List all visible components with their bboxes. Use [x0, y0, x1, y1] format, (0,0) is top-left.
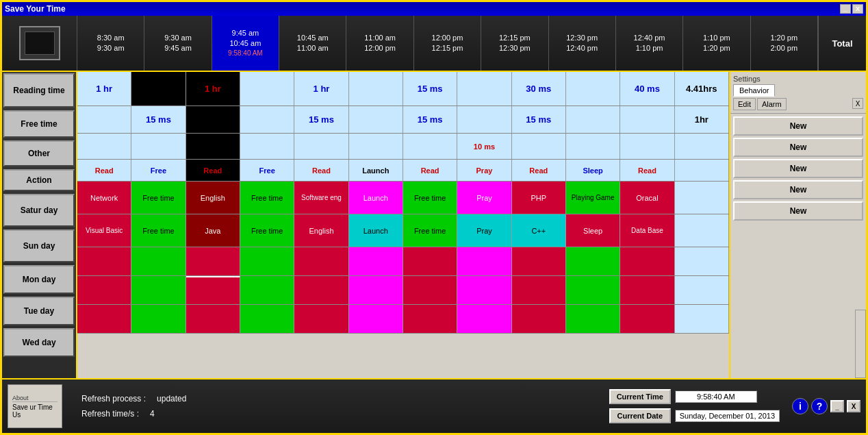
time-slot-0[interactable]: 8:30 am 9:30 am: [77, 16, 144, 71]
sun-cell-9[interactable]: Sleep: [566, 214, 620, 247]
category-tuesday[interactable]: Tue day: [3, 297, 75, 325]
wed-cell-7[interactable]: [457, 305, 511, 333]
time-slot-1[interactable]: 9:30 am 9:45 am: [144, 16, 212, 71]
sat-cell-4[interactable]: Software eng: [294, 182, 348, 214]
sun-cell-7[interactable]: Pray: [457, 214, 511, 247]
time-slot-2-active[interactable]: 9:45 am 10:45 am 9:58:40 AM: [212, 16, 279, 71]
sun-cell-1[interactable]: Free time: [131, 214, 186, 247]
time-slot-8[interactable]: 12:40 pm 1:10 pm: [616, 16, 683, 71]
mon-cell-10[interactable]: [620, 247, 674, 275]
wed-cell-2[interactable]: [186, 305, 240, 333]
other-cell-4[interactable]: [294, 134, 348, 159]
close-button[interactable]: X: [852, 4, 863, 14]
tue-cell-5[interactable]: [349, 276, 403, 304]
tue-cell-3[interactable]: [240, 276, 294, 304]
tue-cell-7[interactable]: [457, 276, 511, 304]
category-monday[interactable]: Mon day: [3, 265, 75, 294]
time-slot-6[interactable]: 12:15 pm 12:30 pm: [481, 16, 548, 71]
sun-cell-4[interactable]: English: [294, 214, 348, 247]
free-cell-8[interactable]: 15 ms: [512, 106, 566, 133]
right-scrollbar[interactable]: [855, 310, 866, 378]
action-cell-1[interactable]: Free: [131, 160, 186, 181]
action-cell-8[interactable]: Read: [512, 160, 566, 181]
other-cell-3[interactable]: [240, 134, 294, 159]
sat-cell-5[interactable]: Launch: [349, 182, 403, 214]
tue-cell-10[interactable]: [620, 276, 674, 304]
sat-cell-9[interactable]: Playing Game: [566, 182, 620, 214]
action-cell-5[interactable]: Launch: [349, 160, 403, 181]
sat-cell-2[interactable]: English: [186, 182, 240, 214]
wed-cell-0[interactable]: [77, 305, 131, 333]
tue-cell-2[interactable]: [186, 276, 240, 304]
sun-cell-0[interactable]: Visual Basic: [77, 214, 131, 247]
other-cell-8[interactable]: [512, 134, 566, 159]
sat-cell-3[interactable]: Free time: [240, 182, 294, 214]
new-button-1[interactable]: New: [733, 138, 863, 157]
mon-cell-7[interactable]: [457, 247, 511, 275]
reading-cell-6[interactable]: 15 ms: [403, 72, 457, 105]
mon-cell-9[interactable]: [566, 247, 620, 275]
time-slot-4[interactable]: 11:00 am 12:00 pm: [346, 16, 413, 71]
reading-cell-3[interactable]: [240, 72, 294, 105]
time-slot-5[interactable]: 12:00 pm 12:15 pm: [414, 16, 481, 71]
sun-cell-10[interactable]: Data Base: [620, 214, 674, 247]
reading-cell-10[interactable]: 40 ms: [620, 72, 674, 105]
action-cell-0[interactable]: Read: [77, 160, 131, 181]
mon-cell-1[interactable]: [131, 247, 186, 275]
sat-cell-0[interactable]: Network: [77, 182, 131, 214]
other-cell-5[interactable]: [349, 134, 403, 159]
settings-close-button[interactable]: X: [852, 98, 863, 109]
reading-cell-8[interactable]: 30 ms: [512, 72, 566, 105]
mon-cell-5[interactable]: [349, 247, 403, 275]
minimize-button[interactable]: _: [840, 4, 851, 14]
sun-cell-8[interactable]: C++: [512, 214, 566, 247]
free-cell-5[interactable]: [349, 106, 403, 133]
wed-cell-6[interactable]: [403, 305, 457, 333]
category-sunday[interactable]: Sun day: [3, 229, 75, 262]
current-time-button[interactable]: Current Time: [609, 389, 671, 404]
category-reading[interactable]: Reading time: [3, 73, 75, 108]
other-cell-7[interactable]: 10 ms: [457, 134, 511, 159]
free-cell-7[interactable]: [457, 106, 511, 133]
wed-cell-4[interactable]: [294, 305, 348, 333]
time-slot-3[interactable]: 10:45 am 11:00 am: [279, 16, 346, 71]
action-cell-3[interactable]: Free: [240, 160, 294, 181]
mon-cell-4[interactable]: [294, 247, 348, 275]
other-cell-1[interactable]: [131, 134, 186, 159]
free-cell-9[interactable]: [566, 106, 620, 133]
other-cell-10[interactable]: [620, 134, 674, 159]
new-button-2[interactable]: New: [733, 159, 863, 178]
action-cell-7[interactable]: Pray: [457, 160, 511, 181]
reading-cell-4[interactable]: 1 hr: [294, 72, 348, 105]
category-saturday[interactable]: Satur day: [3, 194, 75, 227]
reading-cell-1[interactable]: [131, 72, 186, 105]
mon-cell-6[interactable]: [403, 247, 457, 275]
edit-button[interactable]: Edit: [733, 98, 756, 110]
other-cell-0[interactable]: [77, 134, 131, 159]
new-button-3[interactable]: New: [733, 180, 863, 199]
wed-cell-10[interactable]: [620, 305, 674, 333]
free-cell-2[interactable]: [186, 106, 240, 133]
mon-cell-3[interactable]: [240, 247, 294, 275]
action-cell-9[interactable]: Sleep: [566, 160, 620, 181]
reading-cell-7[interactable]: [457, 72, 511, 105]
sun-cell-5[interactable]: Launch: [349, 214, 403, 247]
tue-cell-1[interactable]: [131, 276, 186, 304]
action-cell-6[interactable]: Read: [403, 160, 457, 181]
reading-cell-2[interactable]: 1 hr: [186, 72, 240, 105]
wed-cell-3[interactable]: [240, 305, 294, 333]
category-action[interactable]: Action: [3, 169, 75, 191]
other-cell-6[interactable]: [403, 134, 457, 159]
close-bottom-button[interactable]: X: [847, 400, 860, 412]
time-slot-9[interactable]: 1:10 pm 1:20 pm: [683, 16, 750, 71]
sat-cell-1[interactable]: Free time: [131, 182, 186, 214]
sat-cell-8[interactable]: PHP: [512, 182, 566, 214]
tue-cell-0[interactable]: [77, 276, 131, 304]
behavior-tab[interactable]: Behavior: [733, 84, 775, 97]
sat-cell-10[interactable]: Oracal: [620, 182, 674, 214]
sun-cell-2[interactable]: Java: [186, 214, 240, 247]
free-cell-10[interactable]: [620, 106, 674, 133]
new-button-4[interactable]: New: [733, 201, 863, 221]
reading-cell-9[interactable]: [566, 72, 620, 105]
time-slot-7[interactable]: 12:30 pm 12:40 pm: [549, 16, 616, 71]
